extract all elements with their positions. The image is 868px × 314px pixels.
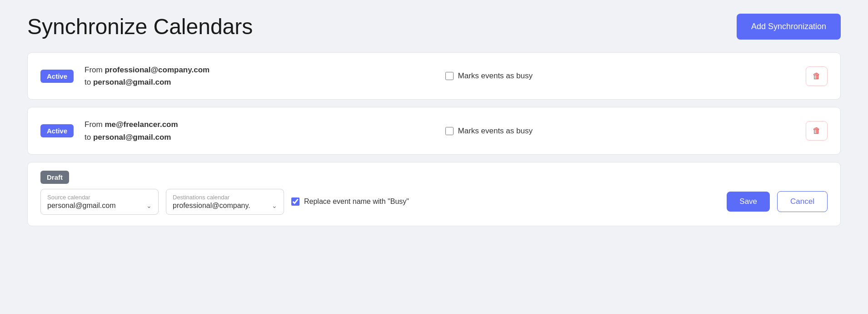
- sync-item-2: Active From me@freelancer.com to persona…: [27, 107, 841, 154]
- sync-item-1: Active From professional@company.com to …: [27, 52, 841, 100]
- trash-icon-2: 🗑: [813, 126, 821, 136]
- destination-calendar-label: Destinations calendar: [173, 194, 277, 201]
- status-badge-1: Active: [40, 70, 74, 83]
- page-title: Synchronize Calendars: [27, 14, 253, 39]
- destination-calendar-value-row: professional@company. ⌄: [173, 202, 277, 210]
- destination-calendar-value: professional@company.: [173, 202, 250, 210]
- save-button[interactable]: Save: [727, 192, 770, 212]
- draft-badge: Draft: [40, 171, 69, 184]
- destination-chevron-icon: ⌄: [272, 202, 277, 209]
- add-synchronization-button[interactable]: Add Synchronization: [737, 14, 841, 40]
- source-calendar-value: personal@gmail.com: [47, 202, 116, 210]
- from-email-1: professional@company.com: [105, 66, 210, 74]
- replace-busy-label: Replace event name with "Busy": [304, 198, 409, 206]
- sync-info-2: From me@freelancer.com to personal@gmail…: [85, 118, 434, 143]
- to-email-2: personal@gmail.com: [93, 133, 171, 142]
- marks-busy-checkbox-1[interactable]: [445, 72, 454, 80]
- sync-info-1: From professional@company.com to persona…: [85, 64, 434, 88]
- source-calendar-select[interactable]: Source calendar personal@gmail.com ⌄: [40, 189, 159, 215]
- delete-button-2[interactable]: 🗑: [806, 121, 828, 141]
- draft-card: Draft Source calendar personal@gmail.com…: [27, 162, 841, 226]
- replace-busy-checkbox[interactable]: [291, 198, 299, 206]
- marks-busy-container-2: Marks events as busy: [445, 127, 795, 136]
- source-calendar-value-row: personal@gmail.com ⌄: [47, 202, 152, 210]
- source-calendar-label: Source calendar: [47, 194, 152, 201]
- status-badge-2: Active: [40, 124, 74, 137]
- source-chevron-icon: ⌄: [146, 202, 152, 209]
- marks-busy-label-2: Marks events as busy: [458, 127, 533, 136]
- marks-busy-label-1: Marks events as busy: [458, 71, 533, 81]
- draft-header: Draft: [40, 173, 828, 182]
- from-email-2: me@freelancer.com: [105, 120, 178, 129]
- marks-busy-checkbox-2[interactable]: [445, 127, 454, 135]
- marks-busy-container-1: Marks events as busy: [445, 71, 795, 81]
- to-email-1: personal@gmail.com: [93, 78, 171, 86]
- cancel-button[interactable]: Cancel: [777, 191, 828, 212]
- replace-busy-container: Replace event name with "Busy": [291, 198, 719, 206]
- destination-calendar-select[interactable]: Destinations calendar professional@compa…: [166, 189, 284, 215]
- trash-icon-1: 🗑: [813, 71, 821, 81]
- delete-button-1[interactable]: 🗑: [806, 66, 828, 86]
- draft-body: Source calendar personal@gmail.com ⌄ Des…: [40, 189, 828, 215]
